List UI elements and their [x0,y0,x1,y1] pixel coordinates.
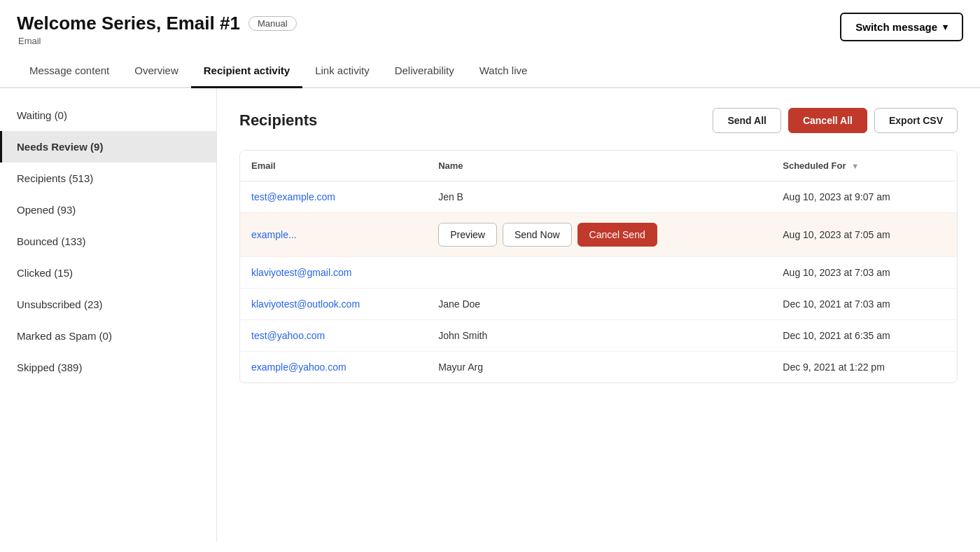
col-email: Email [240,151,427,181]
page-title: Welcome Series, Email #1 [17,13,240,34]
cell-name: Mayur Arg [427,352,771,383]
email-link[interactable]: klaviyotest@gmail.com [251,267,351,278]
table-row: test@example.com Jen B Aug 10, 2023 at 9… [240,181,957,213]
sidebar-item-waiting[interactable]: Waiting (0) [0,99,216,131]
tab-watch-live[interactable]: Watch live [467,55,540,88]
table-row: example... Preview Send Now Cancel Send … [240,213,957,257]
cancel-send-button[interactable]: Cancel Send [578,223,657,247]
sidebar-item-recipients[interactable]: Recipients (513) [0,163,216,194]
header-title-row: Welcome Series, Email #1 Manual [17,13,297,34]
cell-name: Jen B [427,181,771,213]
email-link[interactable]: example@yahoo.com [251,361,346,373]
chevron-down-icon: ▾ [943,22,948,32]
sidebar-item-clicked[interactable]: Clicked (15) [0,257,216,289]
cell-email: klaviyotest@outlook.com [240,289,427,320]
table-header: Email Name Scheduled For ▼ [240,151,957,181]
switch-message-button[interactable]: Switch message ▾ [840,13,963,41]
tab-deliverability[interactable]: Deliverability [382,55,467,88]
col-scheduled[interactable]: Scheduled For ▼ [771,151,957,181]
sidebar-item-spam[interactable]: Marked as Spam (0) [0,320,216,352]
main-layout: Waiting (0) Needs Review (9) Recipients … [0,88,980,542]
sidebar-item-skipped[interactable]: Skipped (389) [0,352,216,383]
sidebar-item-bounced[interactable]: Bounced (133) [0,226,216,257]
cell-scheduled: Dec 10, 2021 at 7:03 am [771,289,957,320]
cell-scheduled: Dec 9, 2021 at 1:22 pm [771,352,957,383]
tab-overview[interactable]: Overview [122,55,191,88]
header-left: Welcome Series, Email #1 Manual Email [17,13,297,46]
email-link[interactable]: klaviyotest@outlook.com [251,298,360,310]
send-now-button[interactable]: Send Now [503,223,572,247]
cell-email: example@yahoo.com [240,352,427,383]
recipients-table: Email Name Scheduled For ▼ test@example.… [240,151,957,382]
recipients-table-container: Email Name Scheduled For ▼ test@example.… [239,150,958,383]
manual-badge: Manual [248,16,297,31]
table-row: example@yahoo.com Mayur Arg Dec 9, 2021 … [240,352,957,383]
sidebar-item-unsubscribed[interactable]: Unsubscribed (23) [0,289,216,320]
email-link[interactable]: test@example.com [251,191,335,202]
page-header: Welcome Series, Email #1 Manual Email Sw… [0,0,980,46]
table-body: test@example.com Jen B Aug 10, 2023 at 9… [240,181,957,383]
cell-inline-actions: Preview Send Now Cancel Send [427,213,771,257]
recipients-title: Recipients [239,111,317,130]
content-area: Recipients Send All Cancell All Export C… [217,88,980,542]
sidebar-item-needs-review[interactable]: Needs Review (9) [0,131,216,163]
cell-email: example... [240,213,427,257]
cell-name: John Smith [427,320,771,352]
sidebar: Waiting (0) Needs Review (9) Recipients … [0,88,217,542]
cell-email: test@yahoo.com [240,320,427,352]
col-name: Name [427,151,771,181]
export-csv-button[interactable]: Export CSV [874,108,958,133]
cell-email: test@example.com [240,181,427,213]
header-subtitle: Email [17,36,297,46]
tab-recipient-activity[interactable]: Recipient activity [191,55,302,88]
send-all-button[interactable]: Send All [713,108,781,133]
cell-scheduled: Aug 10, 2023 at 9:07 am [771,181,957,213]
switch-message-label: Switch message [855,21,937,33]
table-row: test@yahoo.com John Smith Dec 10, 2021 a… [240,320,957,352]
cell-name: Jane Doe [427,289,771,320]
email-link[interactable]: example... [251,229,297,240]
recipients-header: Recipients Send All Cancell All Export C… [239,108,958,133]
cell-email: klaviyotest@gmail.com [240,257,427,289]
nav-tabs: Message content Overview Recipient activ… [0,55,980,88]
email-link[interactable]: test@yahoo.com [251,330,325,341]
recipients-actions: Send All Cancell All Export CSV [713,108,958,133]
cell-scheduled: Dec 10, 2021 at 6:35 am [771,320,957,352]
inline-actions: Preview Send Now Cancel Send [438,223,760,247]
sidebar-item-opened[interactable]: Opened (93) [0,194,216,226]
tab-link-activity[interactable]: Link activity [302,55,382,88]
table-row: klaviyotest@outlook.com Jane Doe Dec 10,… [240,289,957,320]
table-row: klaviyotest@gmail.com Aug 10, 2023 at 7:… [240,257,957,289]
cell-scheduled: Aug 10, 2023 at 7:05 am [771,213,957,257]
cell-name [427,257,771,289]
cell-scheduled: Aug 10, 2023 at 7:03 am [771,257,957,289]
sort-icon: ▼ [851,162,859,170]
tab-message-content[interactable]: Message content [17,55,122,88]
cancel-all-button[interactable]: Cancell All [788,108,867,133]
preview-button[interactable]: Preview [438,223,497,247]
